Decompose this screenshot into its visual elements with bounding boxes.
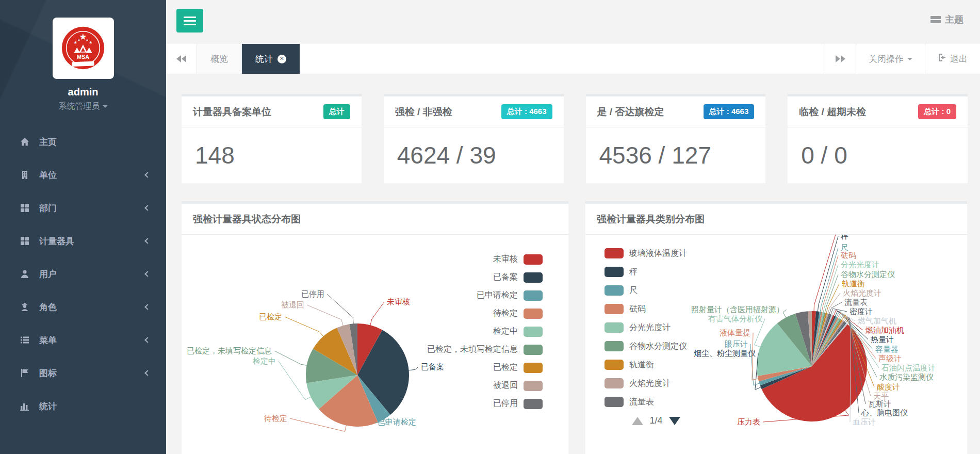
card-value: 0 / 0 [801,141,847,169]
card-title: 计量器具备案单位 [193,105,271,119]
stat-card-flag-verification: 是 / 否达旗检定 总计 : 4663 4536 / 127 [586,94,766,183]
card-title: 临检 / 超期未检 [799,105,866,119]
list-icon [20,335,31,345]
pie-label: 待检定 [264,414,287,423]
pie-label: 血压计 [853,417,876,426]
pie-label-line [370,302,384,326]
total-badge: 总计 : 4663 [704,104,755,119]
sidebar-item-icons[interactable]: 图标 [0,356,166,390]
pie-label: 心、脑电图仪 [861,408,908,417]
role-dropdown[interactable]: 系统管理员 [59,101,108,112]
tab-statistics[interactable]: 统计 [242,44,300,74]
tab-overview[interactable]: 概览 [197,44,242,74]
sidebar-item-users[interactable]: 用户 [0,257,166,290]
pie-label: 有害气体分析仪 [708,314,762,323]
total-badge: 总计 : 4663 [501,104,552,119]
profile-section: ★ ★ ★ ★ ★ MSA admin 系统管理员 [0,0,166,121]
user-secret-icon [20,302,31,312]
theme-button[interactable]: 主题 [930,13,963,26]
card-value: 4536 / 127 [599,141,711,169]
pie-label: 未审核 [387,297,410,306]
logout-label: 退出 [950,53,968,65]
pie-label: 压力表 [737,417,760,426]
pie-label: 液体量提 [720,328,750,337]
sidebar-item-departments[interactable]: 部门 [0,191,166,224]
sign-out-icon [938,53,946,64]
tabbar-spacer [300,44,825,74]
sidebar-item-roles[interactable]: 角色 [0,290,166,323]
pie-label: 已停用 [301,289,324,298]
tabs-scroll-left-button[interactable] [166,44,197,74]
close-operations-label: 关闭操作 [869,53,904,65]
msa-seal-icon: ★ ★ ★ ★ ★ MSA [58,23,108,74]
grid-icon [20,203,31,213]
stat-cards-row: 计量器具备案单位 总计 148 强检 / 非强检 总计 : 4663 4624 … [182,94,968,183]
pie-label: 燃油加油机 [865,326,904,334]
sidebar-item-statistics[interactable]: 统计 [0,390,166,423]
username: admin [0,86,166,98]
pie-label-line [285,317,324,337]
sidebar-item-home[interactable]: 主页 [0,125,166,158]
sidebar-item-label: 统计 [39,400,57,412]
sidebar-item-menus[interactable]: 菜单 [0,323,166,356]
card-title: 强检 / 非强检 [395,105,452,119]
pie-label-line [820,248,838,313]
pie-label: 容量器 [875,345,899,353]
pie-label: 照射量计（含医用辐射源） [691,305,784,314]
pie-label: 分光光度计 [841,260,879,269]
pie-label: 烟尘、粉尘测量仪 [694,349,756,358]
sidebar-item-label: 主页 [39,136,57,148]
theme-label: 主题 [945,13,963,26]
charts-row: 强检计量器具状态分布图 未审核已备案已申请检定待检定检定中已检定，未填写检定信息… [182,201,968,454]
close-operations-dropdown[interactable]: 关闭操作 [856,44,925,74]
pie-label: 瓦斯计 [868,399,891,408]
chevron-left-icon [144,370,150,376]
tab-label: 统计 [255,53,273,65]
pie-label: 火焰光度计 [843,288,881,297]
chevron-left-icon [144,337,150,343]
svg-text:★: ★ [77,38,80,42]
card-title: 是 / 否达旗检定 [597,105,664,119]
pie-label: 密度计 [850,307,873,316]
pie-label: 燃气加气机 [857,316,896,325]
svg-text:★: ★ [86,38,89,42]
pie-label: 石油闪点温度计 [881,363,936,372]
stat-card-registered-units: 计量器具备案单位 总计 148 [182,94,362,183]
stat-card-overdue-check: 临检 / 超期未检 总计 : 0 0 / 0 [788,94,968,183]
main-area: 主题 概览 统计 关闭操作 退出 [166,0,980,454]
pie-label: 轨道衡 [842,279,865,288]
pie-label: 已申请检定 [378,417,416,426]
sidebar-item-label: 计量器具 [39,235,74,247]
pie-label-line [408,367,418,370]
pie-label: 酸度计 [877,382,900,391]
status-distribution-panel: 强检计量器具状态分布图 未审核已备案已申请检定待检定检定中已检定，未填写检定信息… [182,201,568,454]
sidebar-item-instruments[interactable]: 计量器具 [0,224,166,257]
tabs-scroll-right-button[interactable] [825,44,856,74]
close-tab-icon[interactable] [277,55,286,63]
logout-button[interactable]: 退出 [925,44,980,74]
svg-text:★: ★ [74,40,77,45]
sidebar-item-units[interactable]: 单位 [0,158,166,191]
pie-label: 已备案 [421,362,444,371]
grid-icon [20,236,31,246]
pie-label: 已检定，未填写检定信息 [187,346,272,355]
top-bar: 主题 [166,0,980,44]
sidebar-item-label: 用户 [39,268,57,280]
pie-label: 眼压计 [725,339,748,348]
building-icon [20,170,31,180]
app-root: ★ ★ ★ ★ ★ MSA admin 系统管理员 主页 [0,0,980,454]
sidebar-toggle-button[interactable] [176,9,203,33]
theme-icon [930,16,941,23]
card-value: 148 [195,141,235,169]
total-badge: 总计 : 0 [918,104,956,119]
chevron-left-icon [144,205,150,210]
pie-label: 流量表 [844,298,868,306]
pie-label: 被退回 [281,300,304,309]
user-icon [20,269,31,279]
stat-card-mandatory-check: 强检 / 非强检 总计 : 4663 4624 / 39 [384,94,564,183]
pie-label: 热量计 [870,335,894,344]
pie-label: 谷物水分测定仪 [841,270,895,279]
flag-icon [20,368,31,378]
pie-label-line [822,255,838,313]
chevron-left-icon [144,238,150,244]
